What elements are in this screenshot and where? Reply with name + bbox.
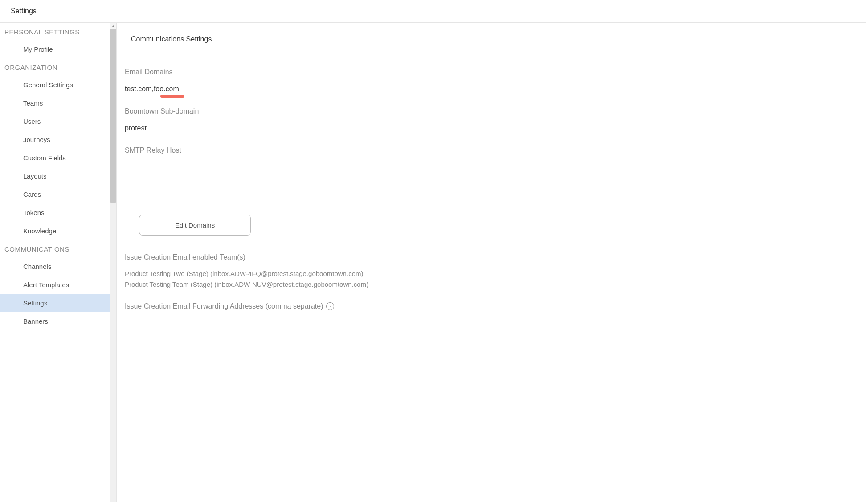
page-title: Communications Settings — [125, 35, 858, 43]
main-content: Communications Settings Email Domains te… — [117, 23, 866, 502]
scrollbar-up-icon[interactable]: ▲ — [110, 23, 116, 29]
subdomain-label: Boomtown Sub-domain — [125, 107, 858, 115]
sidebar-item-my-profile[interactable]: My Profile — [0, 40, 116, 58]
sidebar-item-label: Settings — [23, 299, 47, 307]
sidebar-item-label: Knowledge — [23, 227, 56, 235]
sidebar-item-knowledge[interactable]: Knowledge — [0, 222, 116, 240]
sidebar-item-channels[interactable]: Channels — [0, 257, 116, 276]
sidebar-item-label: Custom Fields — [23, 154, 66, 162]
enabled-team-line: Product Testing Two (Stage) (inbox.ADW-4… — [125, 268, 858, 279]
sidebar-item-label: Teams — [23, 99, 43, 107]
sidebar-item-tokens[interactable]: Tokens — [0, 203, 116, 222]
sidebar-item-label: Banners — [23, 317, 48, 325]
help-icon[interactable]: ? — [326, 302, 334, 310]
sidebar-item-label: My Profile — [23, 45, 53, 53]
enabled-team-line: Product Testing Team (Stage) (inbox.ADW-… — [125, 279, 858, 290]
page-header: Settings — [0, 0, 866, 23]
settings-sidebar: PERSONAL SETTINGS My Profile ORGANIZATIO… — [0, 23, 117, 502]
sidebar-scrollbar[interactable]: ▲ — [110, 23, 116, 502]
subdomain-value: protest — [125, 124, 147, 132]
smtp-label: SMTP Relay Host — [125, 146, 858, 154]
sidebar-item-label: Cards — [23, 191, 41, 198]
sidebar-section-personal: PERSONAL SETTINGS — [0, 23, 116, 40]
email-domains-value: test.com,foo.com — [125, 85, 179, 93]
settings-layout: PERSONAL SETTINGS My Profile ORGANIZATIO… — [0, 23, 866, 502]
sidebar-item-cards[interactable]: Cards — [0, 185, 116, 203]
enabled-teams-label: Issue Creation Email enabled Team(s) — [125, 253, 858, 261]
sidebar-item-label: Alert Templates — [23, 281, 69, 289]
sidebar-item-label: Layouts — [23, 172, 47, 180]
sidebar-item-label: Channels — [23, 263, 51, 270]
sidebar-item-label: Users — [23, 118, 41, 125]
sidebar-item-settings[interactable]: Settings — [0, 294, 116, 312]
email-domains-label: Email Domains — [125, 68, 858, 76]
sidebar-item-layouts[interactable]: Layouts — [0, 167, 116, 185]
sidebar-item-label: Journeys — [23, 136, 50, 143]
sidebar-section-organization: ORGANIZATION — [0, 58, 116, 76]
sidebar-item-label: General Settings — [23, 81, 73, 89]
sidebar-item-general-settings[interactable]: General Settings — [0, 76, 116, 94]
sidebar-item-custom-fields[interactable]: Custom Fields — [0, 149, 116, 167]
sidebar-item-label: Tokens — [23, 209, 45, 216]
edit-domains-button[interactable]: Edit Domains — [139, 215, 251, 236]
scrollbar-thumb[interactable] — [110, 29, 116, 203]
page-header-title: Settings — [11, 7, 37, 15]
forwarding-label: Issue Creation Email Forwarding Addresse… — [125, 302, 323, 310]
sidebar-item-alert-templates[interactable]: Alert Templates — [0, 276, 116, 294]
sidebar-section-communications: COMMUNICATIONS — [0, 240, 116, 257]
sidebar-item-users[interactable]: Users — [0, 112, 116, 130]
sidebar-item-teams[interactable]: Teams — [0, 94, 116, 112]
sidebar-item-banners[interactable]: Banners — [0, 312, 116, 330]
sidebar-item-journeys[interactable]: Journeys — [0, 130, 116, 149]
